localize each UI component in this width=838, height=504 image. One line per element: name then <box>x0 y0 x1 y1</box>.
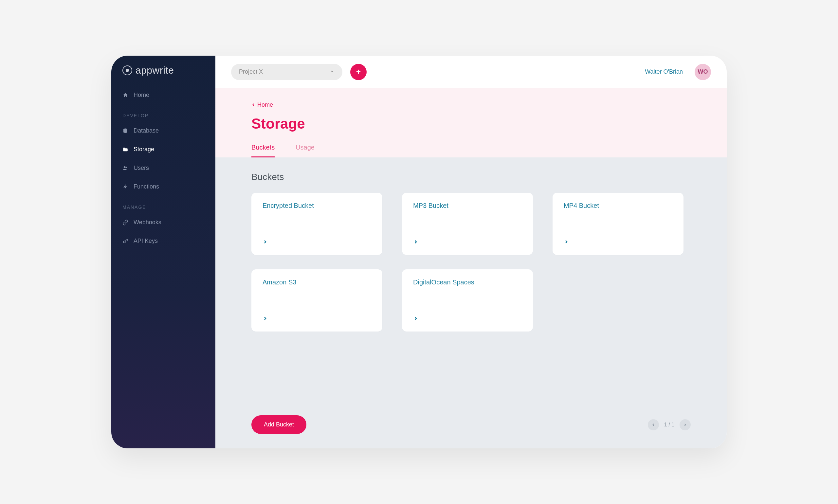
topbar: Project X Walter O'Brian WO <box>215 56 727 88</box>
link-icon <box>122 220 128 226</box>
app-window: appwrite Home DEVELOP Database Storage <box>111 56 727 448</box>
sidebar-item-label: API Keys <box>133 238 158 245</box>
chevron-right-icon <box>413 239 522 246</box>
home-icon <box>122 92 128 98</box>
bucket-name: DigitalOcean Spaces <box>413 278 522 286</box>
plus-icon <box>356 67 361 77</box>
database-icon <box>122 128 128 134</box>
sidebar-item-label: Database <box>133 127 159 134</box>
svg-point-1 <box>124 166 126 168</box>
pager: 1 / 1 <box>648 419 691 430</box>
users-icon <box>122 165 128 171</box>
sidebar-item-storage[interactable]: Storage <box>111 140 215 159</box>
svg-point-2 <box>126 166 128 168</box>
chevron-right-icon <box>263 316 371 322</box>
key-icon <box>122 238 128 244</box>
tab-buckets[interactable]: Buckets <box>251 144 275 158</box>
sidebar-item-home[interactable]: Home <box>111 86 215 104</box>
tab-label: Usage <box>296 144 315 151</box>
sidebar-item-label: Functions <box>133 183 159 190</box>
bucket-name: Amazon S3 <box>263 278 371 286</box>
page-title: Storage <box>251 115 691 132</box>
chevron-right-icon <box>263 239 371 246</box>
sidebar-item-apikeys[interactable]: API Keys <box>111 232 215 250</box>
folder-icon <box>122 147 128 152</box>
pager-label: 1 / 1 <box>664 422 674 428</box>
project-select[interactable]: Project X <box>231 64 342 80</box>
appwrite-logo-icon <box>122 66 132 75</box>
main: Project X Walter O'Brian WO Home S <box>215 56 727 448</box>
add-bucket-button[interactable]: Add Bucket <box>251 415 306 434</box>
project-selected-label: Project X <box>239 68 263 75</box>
tab-label: Buckets <box>251 144 275 151</box>
breadcrumb-label: Home <box>257 102 273 108</box>
sidebar-item-database[interactable]: Database <box>111 122 215 140</box>
sidebar-item-functions[interactable]: Functions <box>111 177 215 196</box>
pager-prev-button[interactable] <box>648 419 659 430</box>
add-project-button[interactable] <box>350 64 367 80</box>
brand-name: appwrite <box>136 65 174 76</box>
page-header: Home Storage Buckets Usage <box>215 88 727 158</box>
bucket-card[interactable]: Encrypted Bucket <box>251 193 382 255</box>
bucket-card[interactable]: Amazon S3 <box>251 269 382 331</box>
bucket-grid: Encrypted Bucket MP3 Bucket MP4 Bucket <box>251 193 691 331</box>
sidebar-item-label: Storage <box>133 146 154 153</box>
sidebar-item-users[interactable]: Users <box>111 159 215 177</box>
bucket-name: MP3 Bucket <box>413 202 522 210</box>
avatar[interactable]: WO <box>695 64 711 80</box>
chevron-down-icon <box>330 68 335 75</box>
bucket-name: Encrypted Bucket <box>263 202 371 210</box>
tab-usage[interactable]: Usage <box>296 144 315 158</box>
sidebar-item-webhooks[interactable]: Webhooks <box>111 213 215 232</box>
section-title: Buckets <box>251 172 691 182</box>
sidebar: appwrite Home DEVELOP Database Storage <box>111 56 215 448</box>
bucket-card[interactable]: DigitalOcean Spaces <box>402 269 533 331</box>
chevron-left-icon <box>251 102 255 108</box>
tabs: Buckets Usage <box>251 144 691 158</box>
content-footer: Add Bucket 1 / 1 <box>251 400 691 434</box>
sidebar-group-manage: MANAGE <box>111 196 215 213</box>
bucket-card[interactable]: MP3 Bucket <box>402 193 533 255</box>
bolt-icon <box>122 184 128 190</box>
content: Buckets Encrypted Bucket MP3 Bucket MP4 … <box>215 158 727 448</box>
pager-next-button[interactable] <box>680 419 691 430</box>
chevron-right-icon <box>413 316 522 322</box>
sidebar-item-label: Users <box>133 165 149 172</box>
breadcrumb[interactable]: Home <box>251 102 691 108</box>
chevron-right-icon <box>564 239 672 246</box>
brand: appwrite <box>111 65 215 86</box>
sidebar-item-label: Home <box>133 92 149 98</box>
sidebar-item-label: Webhooks <box>133 219 161 226</box>
bucket-name: MP4 Bucket <box>564 202 672 210</box>
user-name[interactable]: Walter O'Brian <box>645 68 683 75</box>
sidebar-group-develop: DEVELOP <box>111 104 215 122</box>
bucket-card[interactable]: MP4 Bucket <box>553 193 683 255</box>
